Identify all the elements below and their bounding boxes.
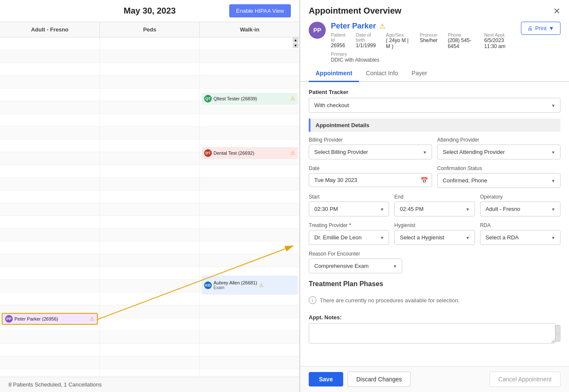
panel-title: Appointment Overview: [309, 6, 401, 16]
end-group: End 02:30 PM 02:45 PM 03:00 PM: [394, 194, 475, 216]
confirmation-select-wrap[interactable]: Confirmed, Phone Confirmed, Email Unconf…: [437, 173, 560, 188]
col-header-walkin: Walk-in: [200, 22, 299, 37]
calendar-columns-header: Adult - Fresno Peds Walk-in: [0, 22, 299, 37]
start-group: Start 02:00 PM 02:15 PM 02:30 PM 02:45 P…: [309, 194, 389, 216]
grid-col-walkin: QT Qltest Tester (26839) ⚠ DT Dental Tes…: [200, 37, 299, 377]
appt-name-dental: Dental Test (26692): [213, 151, 289, 156]
treatment-plan-title: Treatment Plan Phases: [309, 280, 560, 288]
reason-label: Reason For Encounter: [309, 251, 560, 257]
panel-header: Appointment Overview ✕: [300, 0, 569, 18]
patient-name[interactable]: Peter Parker: [331, 22, 376, 31]
appt-details-header: Appointment Details: [309, 119, 560, 132]
appt-warn-dental: ⚠: [290, 150, 295, 156]
date-input[interactable]: [309, 173, 432, 187]
appt-name-aubrey: Aubrey Allen (26681): [213, 280, 257, 285]
scroll-up-btn[interactable]: ▲: [293, 37, 299, 43]
patient-warn-icon: ⚠: [379, 22, 385, 30]
appt-peter-parker[interactable]: PP Peter Parker (26956) ⚠: [2, 313, 98, 325]
patient-dob-item: Date of birth 1/1/1999: [356, 32, 376, 49]
confirmation-label: Confirmation Status: [437, 165, 560, 171]
date-input-wrap: 📅: [309, 173, 432, 187]
appt-notes-section: Appt. Notes: ⋮: [309, 314, 560, 344]
tab-appointment[interactable]: Appointment: [309, 65, 359, 82]
calendar-icon[interactable]: 📅: [421, 177, 428, 184]
start-label: Start: [309, 194, 389, 200]
reason-section: Reason For Encounter Comprehensive Exam …: [309, 251, 560, 273]
treating-provider-select-wrap[interactable]: Dr. Emillie De Leon: [309, 230, 389, 245]
hygienist-select[interactable]: Select a Hygienist: [394, 230, 475, 245]
appt-avatar-peter: PP: [5, 315, 13, 323]
col-header-adult-fresno: Adult - Fresno: [0, 22, 100, 37]
hipaa-button[interactable]: Enable HIPAA View: [229, 4, 291, 17]
grid-col-peds: [100, 37, 200, 377]
tab-payer[interactable]: Payer: [405, 65, 434, 82]
panel-footer: Save Discard Changes Cancel Appointment: [300, 366, 569, 392]
provider-row: Billing Provider Select Billing Provider…: [309, 137, 560, 159]
treating-provider-label: Treating Provider *: [309, 222, 389, 228]
treating-hygienist-row: Treating Provider * Dr. Emillie De Leon …: [309, 222, 560, 245]
rda-label: RDA: [480, 222, 560, 228]
treating-provider-select[interactable]: Dr. Emillie De Leon: [309, 230, 389, 245]
patient-tracker-select-wrap[interactable]: With checkout Checked in Checked out Pen…: [309, 98, 560, 113]
appt-avatar-qltest: QT: [204, 95, 212, 102]
appt-warn-aubrey: ⚠: [259, 282, 264, 288]
calendar-title: May 30, 2023: [124, 6, 176, 16]
appt-name-qltest: Qltest Tester (26839): [213, 96, 289, 101]
patient-avatar: PP: [309, 22, 326, 39]
close-button[interactable]: ✕: [553, 7, 560, 15]
patient-tracker-select[interactable]: With checkout Checked in Checked out Pen…: [309, 98, 560, 113]
no-procedures-message: i There are currently no procedures avai…: [309, 292, 560, 308]
appt-notes-label: Appt. Notes:: [309, 314, 560, 321]
attending-provider-group: Attending Provider Select Attending Prov…: [437, 137, 560, 159]
attending-provider-select[interactable]: Select Attending Provider: [437, 145, 560, 159]
end-select[interactable]: 02:30 PM 02:45 PM 03:00 PM: [394, 202, 475, 216]
patient-info-section: PP Peter Parker ⚠ Patient Id 26956 Date …: [300, 18, 569, 65]
treatment-plan-section: Treatment Plan Phases i There are curren…: [309, 280, 560, 308]
appt-subname-aubrey: Exam: [213, 285, 257, 290]
appt-notes-wrap: ⋮: [309, 323, 560, 344]
billing-provider-select[interactable]: Select Billing Provider: [309, 145, 432, 159]
col-header-peds: Peds: [100, 22, 200, 37]
patient-tracker-section: Patient Tracker With checkout Checked in…: [309, 89, 560, 113]
print-button[interactable]: 🖨 Print ▼: [521, 22, 560, 35]
reason-select-wrap[interactable]: Comprehensive Exam Routine Cleaning Emer…: [309, 258, 402, 273]
patient-id-item: Patient Id 26956: [331, 32, 346, 49]
end-label: End: [394, 194, 475, 200]
billing-provider-label: Billing Provider: [309, 137, 432, 143]
grid-col-adult-fresno: PP Peter Parker (26956) ⚠: [0, 37, 100, 377]
billing-provider-select-wrap[interactable]: Select Billing Provider: [309, 145, 432, 159]
hygienist-label: Hygienist: [394, 222, 475, 228]
discard-changes-button[interactable]: Discard Changes: [347, 372, 411, 387]
scroll-controls: ▲ ▼: [293, 37, 299, 48]
save-button[interactable]: Save: [309, 372, 343, 386]
appt-avatar-aubrey: KD: [204, 281, 212, 289]
appt-notes-textarea[interactable]: [309, 323, 555, 344]
rda-select-wrap[interactable]: Select a RDA: [480, 230, 560, 245]
appt-qltest[interactable]: QT Qltest Tester (26839) ⚠: [202, 93, 298, 105]
start-select-wrap[interactable]: 02:00 PM 02:15 PM 02:30 PM 02:45 PM: [309, 202, 389, 216]
scheduled-count: 8 Patients Scheduled, 1 Cancellations: [9, 381, 102, 388]
appt-aubrey[interactable]: KD Aubrey Allen (26681) Exam ⚠: [202, 276, 298, 295]
print-chevron-icon: ▼: [549, 25, 554, 31]
appt-dental[interactable]: DT Dental Test (26692) ⚠: [202, 147, 298, 159]
rda-select[interactable]: Select a RDA: [480, 230, 560, 245]
attending-provider-select-wrap[interactable]: Select Attending Provider: [437, 145, 560, 159]
hygienist-select-wrap[interactable]: Select a Hygienist: [394, 230, 475, 245]
appt-avatar-dental: DT: [204, 149, 212, 157]
time-operatory-row: Start 02:00 PM 02:15 PM 02:30 PM 02:45 P…: [309, 194, 560, 216]
patient-age-sex-item: Age/Sex ( 24yo M | M ): [386, 32, 410, 49]
end-select-wrap[interactable]: 02:30 PM 02:45 PM 03:00 PM: [394, 202, 475, 216]
operatory-select[interactable]: Adult - Fresno Peds Walk-in: [480, 202, 560, 216]
tab-contact-info[interactable]: Contact Info: [359, 65, 405, 82]
attending-provider-label: Attending Provider: [437, 137, 560, 143]
textarea-resize-handle[interactable]: ⋮: [555, 325, 560, 342]
start-select[interactable]: 02:00 PM 02:15 PM 02:30 PM 02:45 PM: [309, 202, 389, 216]
billing-provider-group: Billing Provider Select Billing Provider: [309, 137, 432, 159]
reason-select[interactable]: Comprehensive Exam Routine Cleaning Emer…: [309, 258, 402, 273]
cancel-appointment-button[interactable]: Cancel Appointment: [489, 372, 560, 387]
calendar-grid: PP Peter Parker (26956) ⚠ QT Qltest Test…: [0, 37, 299, 377]
operatory-select-wrap[interactable]: Adult - Fresno Peds Walk-in: [480, 202, 560, 216]
appt-warn-peter: ⚠: [90, 316, 94, 322]
scroll-down-btn[interactable]: ▼: [293, 43, 299, 48]
confirmation-select[interactable]: Confirmed, Phone Confirmed, Email Unconf…: [437, 173, 560, 188]
